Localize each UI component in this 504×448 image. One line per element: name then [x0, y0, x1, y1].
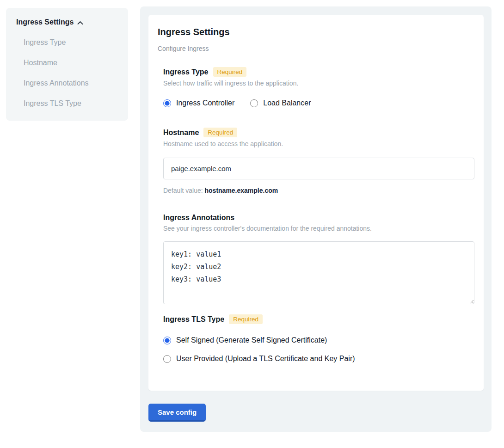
tls-type-label-row: Ingress TLS Type Required	[163, 314, 474, 324]
sidebar-nav: Ingress Type Hostname Ingress Annotation…	[16, 38, 119, 108]
settings-panel: Ingress Settings Configure Ingress Ingre…	[140, 6, 492, 432]
tls-type-label: Ingress TLS Type	[163, 315, 224, 324]
radio-label-self-signed: Self Signed (Generate Self Signed Certif…	[176, 336, 327, 344]
hostname-description: Hostname used to access the application.	[163, 140, 474, 147]
sidebar-item-ingress-tls-type[interactable]: Ingress TLS Type	[24, 99, 119, 108]
radio-input-load-balancer[interactable]	[250, 99, 258, 107]
annotations-textarea[interactable]: key1: value1 key2: value2 key3: value3	[163, 241, 474, 304]
radio-option-self-signed[interactable]: Self Signed (Generate Self Signed Certif…	[163, 336, 474, 344]
ingress-type-description: Select how traffic will ingress to the a…	[163, 80, 474, 87]
hostname-required-badge: Required	[203, 128, 237, 137]
save-config-button[interactable]: Save config	[148, 404, 206, 422]
field-hostname: Hostname Required Hostname used to acces…	[163, 128, 474, 194]
field-ingress-tls-type: Ingress TLS Type Required Self Signed (G…	[163, 314, 474, 363]
ingress-type-required-badge: Required	[213, 67, 247, 77]
annotations-label: Ingress Annotations	[163, 214, 234, 222]
radio-label-user-provided: User Provided (Upload a TLS Certificate …	[176, 355, 355, 363]
ingress-type-label: Ingress Type	[163, 68, 209, 76]
radio-option-ingress-controller[interactable]: Ingress Controller	[163, 99, 234, 107]
hostname-label: Hostname	[163, 129, 199, 137]
ingress-type-radio-group: Ingress Controller Load Balancer	[163, 99, 474, 107]
sidebar-item-ingress-type[interactable]: Ingress Type	[24, 38, 119, 47]
sidebar-section-ingress-settings[interactable]: Ingress Settings	[16, 18, 119, 26]
chevron-up-icon	[77, 21, 83, 25]
tls-type-required-badge: Required	[229, 314, 263, 324]
hostname-default-value: hostname.example.com	[205, 187, 278, 194]
field-ingress-type: Ingress Type Required Select how traffic…	[163, 67, 474, 107]
sidebar: Ingress Settings Ingress Type Hostname I…	[6, 8, 128, 121]
radio-label-ingress-controller: Ingress Controller	[176, 99, 234, 107]
hostname-label-row: Hostname Required	[163, 128, 474, 137]
ingress-type-label-row: Ingress Type Required	[163, 67, 474, 77]
sidebar-section-title: Ingress Settings	[16, 18, 74, 26]
field-ingress-annotations: Ingress Annotations See your ingress con…	[163, 214, 474, 306]
card-subtitle: Configure Ingress	[158, 45, 474, 52]
sidebar-item-ingress-annotations[interactable]: Ingress Annotations	[24, 79, 119, 87]
annotations-description: See your ingress controller's documentat…	[163, 225, 474, 232]
radio-input-ingress-controller[interactable]	[163, 99, 171, 107]
radio-option-user-provided[interactable]: User Provided (Upload a TLS Certificate …	[163, 355, 474, 363]
hostname-default-prefix: Default value:	[163, 187, 205, 194]
card-title: Ingress Settings	[158, 27, 474, 37]
ingress-settings-card: Ingress Settings Configure Ingress Ingre…	[148, 15, 484, 391]
radio-option-load-balancer[interactable]: Load Balancer	[250, 99, 311, 107]
radio-label-load-balancer: Load Balancer	[263, 99, 311, 107]
radio-input-self-signed[interactable]	[163, 337, 171, 344]
radio-input-user-provided[interactable]	[163, 355, 171, 363]
annotations-label-row: Ingress Annotations	[163, 214, 474, 222]
sidebar-item-hostname[interactable]: Hostname	[24, 59, 119, 67]
hostname-default-line: Default value: hostname.example.com	[163, 187, 474, 194]
page: Ingress Settings Ingress Type Hostname I…	[0, 0, 504, 442]
tls-type-radio-group: Self Signed (Generate Self Signed Certif…	[163, 336, 474, 363]
hostname-input[interactable]	[163, 158, 474, 179]
